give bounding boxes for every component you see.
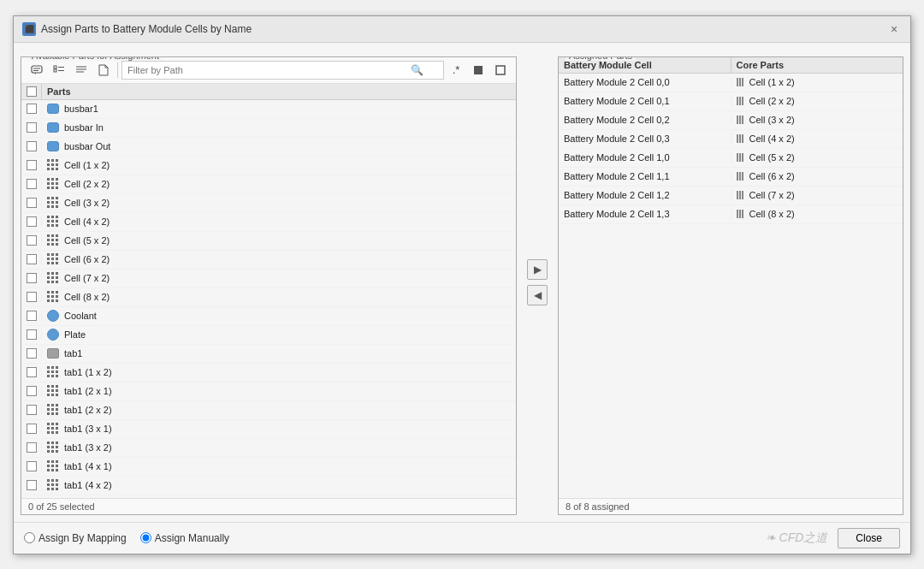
black-square-icon-btn[interactable] xyxy=(468,61,489,80)
select-all-checkbox[interactable] xyxy=(27,86,37,97)
item-checkbox-wrapper xyxy=(21,104,42,114)
list-item[interactable]: tab1 (4 x 1) xyxy=(21,458,516,477)
item-checkbox[interactable] xyxy=(27,273,37,283)
cell-icon xyxy=(47,423,59,435)
parts-status: 0 of 25 selected xyxy=(21,498,516,514)
list-item[interactable]: Cell (7 x 2) xyxy=(21,270,516,288)
cell-icon xyxy=(47,234,59,246)
list-item[interactable]: Cell (5 x 2) xyxy=(21,232,516,251)
item-icon xyxy=(45,289,61,305)
item-checkbox-wrapper xyxy=(21,329,42,340)
item-checkbox[interactable] xyxy=(27,442,37,453)
list-item[interactable]: Cell (8 x 2) xyxy=(21,288,516,307)
item-icon xyxy=(45,402,61,418)
item-checkbox[interactable] xyxy=(27,104,37,114)
search-input[interactable] xyxy=(121,61,444,80)
item-checkbox[interactable] xyxy=(27,367,37,377)
item-checkbox[interactable] xyxy=(27,141,37,151)
assigned-cell-part: Cell (7 x 2) xyxy=(732,190,903,200)
item-label: tab1 (2 x 1) xyxy=(64,386,112,396)
assigned-row[interactable]: Battery Module 2 Cell 0,3 Cell (4 x 2) xyxy=(559,130,903,149)
list-item[interactable]: tab1 (2 x 1) xyxy=(21,382,516,401)
window-close-button[interactable]: × xyxy=(886,21,902,37)
round-icon xyxy=(47,329,59,341)
list-item[interactable]: tab1 (2 x 2) xyxy=(21,401,516,420)
item-checkbox[interactable] xyxy=(27,198,37,208)
list-item[interactable]: busbar1 xyxy=(21,100,516,119)
close-dialog-button[interactable]: Close xyxy=(838,528,900,548)
list-item[interactable]: busbar Out xyxy=(21,138,516,157)
list-item[interactable]: tab1 xyxy=(21,345,516,364)
assign-by-mapping-input[interactable] xyxy=(24,532,35,543)
list-item[interactable]: Cell (4 x 2) xyxy=(21,213,516,232)
list-item[interactable]: Cell (6 x 2) xyxy=(21,251,516,270)
file-icon-btn[interactable] xyxy=(93,61,114,80)
item-checkbox[interactable] xyxy=(27,405,37,415)
assign-back-button[interactable]: ◀ xyxy=(527,285,548,305)
item-checkbox[interactable] xyxy=(27,348,37,359)
item-checkbox[interactable] xyxy=(27,386,37,396)
parts-list[interactable]: busbar1 busbar In busbar Out Cell (1 x 2… xyxy=(21,100,516,498)
item-checkbox[interactable] xyxy=(27,179,37,189)
list-item[interactable]: Cell (1 x 2) xyxy=(21,157,516,175)
asterisk-icon-btn[interactable]: .* xyxy=(446,61,466,80)
list-item[interactable]: tab1 (1 x 2) xyxy=(21,364,516,382)
assign-manually-input[interactable] xyxy=(140,532,151,543)
assigned-table[interactable]: Battery Module 2 Cell 0,0 Cell (1 x 2) B… xyxy=(559,74,903,498)
item-checkbox[interactable] xyxy=(27,235,37,246)
list-item[interactable]: tab1 (3 x 1) xyxy=(21,420,516,439)
item-checkbox[interactable] xyxy=(27,160,37,170)
item-label: Cell (2 x 2) xyxy=(64,179,110,189)
assigned-row[interactable]: Battery Module 2 Cell 1,1 Cell (6 x 2) xyxy=(559,168,903,187)
assigned-row[interactable]: Battery Module 2 Cell 0,0 Cell (1 x 2) xyxy=(559,74,903,92)
detail-icon-btn[interactable] xyxy=(71,61,92,80)
list-item[interactable]: tab1 (4 x 2) xyxy=(21,477,516,495)
item-checkbox[interactable] xyxy=(27,216,37,227)
item-checkbox[interactable] xyxy=(27,254,37,264)
assigned-row[interactable]: Battery Module 2 Cell 1,2 Cell (7 x 2) xyxy=(559,187,903,205)
assigned-row[interactable]: Battery Module 2 Cell 0,2 Cell (3 x 2) xyxy=(559,111,903,130)
list-icon-btn[interactable] xyxy=(49,61,69,80)
assigned-row[interactable]: Battery Module 2 Cell 1,3 Cell (8 x 2) xyxy=(559,205,903,224)
list-item[interactable]: Plate xyxy=(21,326,516,345)
check-column-header xyxy=(21,84,42,99)
list-item[interactable]: Coolant xyxy=(21,307,516,326)
item-checkbox-wrapper xyxy=(21,254,42,264)
item-checkbox-wrapper xyxy=(21,442,42,453)
item-checkbox-wrapper xyxy=(21,179,42,189)
assigned-cell-part: Cell (4 x 2) xyxy=(732,133,903,144)
assigned-cell-name: Battery Module 2 Cell 0,2 xyxy=(559,115,732,125)
title-bar: ⬛ Assign Parts to Battery Module Cells b… xyxy=(14,16,910,43)
list-item[interactable]: Cell (3 x 2) xyxy=(21,194,516,213)
list-item[interactable]: busbar In xyxy=(21,119,516,138)
chat-icon-btn[interactable] xyxy=(27,61,47,80)
list-item[interactable]: Cell (2 x 2) xyxy=(21,175,516,194)
item-checkbox[interactable] xyxy=(27,480,37,490)
item-checkbox[interactable] xyxy=(27,292,37,302)
assign-manually-radio[interactable]: Assign Manually xyxy=(140,532,229,544)
assigned-cell-name: Battery Module 2 Cell 1,3 xyxy=(559,209,732,219)
list-item[interactable]: tab1 (3 x 2) xyxy=(21,439,516,458)
item-checkbox[interactable] xyxy=(27,122,37,133)
busbar-icon xyxy=(47,122,59,133)
left-panel-label: Available Parts for Assignment xyxy=(28,56,163,61)
assigned-cell-name: Battery Module 2 Cell 0,0 xyxy=(559,77,732,87)
item-icon xyxy=(45,365,61,380)
item-checkbox[interactable] xyxy=(27,461,37,471)
item-checkbox[interactable] xyxy=(27,424,37,434)
assign-by-mapping-radio[interactable]: Assign By Mapping xyxy=(24,532,127,544)
item-checkbox[interactable] xyxy=(27,329,37,340)
item-icon xyxy=(45,157,61,173)
item-checkbox[interactable] xyxy=(27,311,37,321)
item-icon xyxy=(45,101,61,116)
assigned-row[interactable]: Battery Module 2 Cell 1,0 Cell (5 x 2) xyxy=(559,149,903,168)
assigned-row[interactable]: Battery Module 2 Cell 0,1 Cell (2 x 2) xyxy=(559,92,903,111)
busbar-icon xyxy=(47,141,59,151)
main-dialog: ⬛ Assign Parts to Battery Module Cells b… xyxy=(13,15,911,554)
item-label: tab1 (1 x 2) xyxy=(64,367,112,377)
assign-forward-button[interactable]: ▶ xyxy=(527,259,548,280)
item-label: Cell (7 x 2) xyxy=(64,273,110,283)
item-label: busbar Out xyxy=(64,141,110,151)
drag-handle xyxy=(737,210,743,218)
white-square-icon-btn[interactable] xyxy=(490,61,511,80)
